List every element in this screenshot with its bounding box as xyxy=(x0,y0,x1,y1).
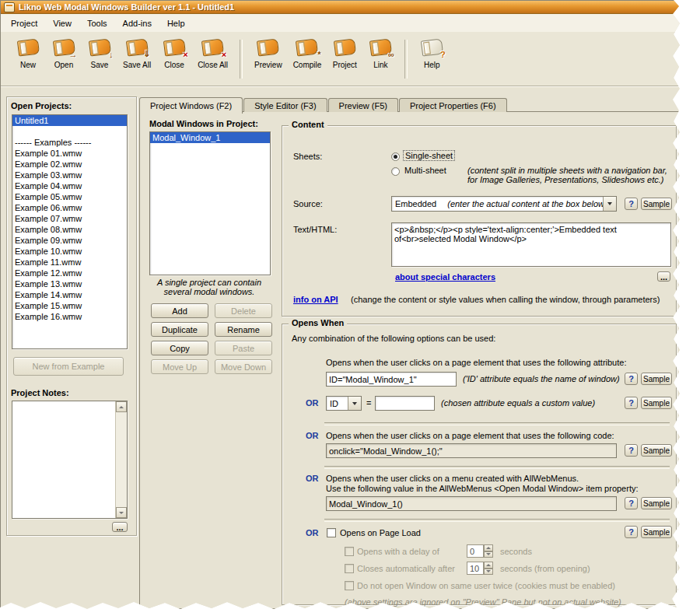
spinner-buttons xyxy=(484,562,493,575)
list-item[interactable]: Example 05.wmw xyxy=(12,191,127,202)
list-item[interactable]: Example 02.wmw xyxy=(12,159,127,170)
dropdown-arrow-icon[interactable] xyxy=(348,397,361,410)
list-item[interactable]: Example 14.wmw xyxy=(12,289,127,300)
attribute-help-button[interactable]: ? xyxy=(625,373,638,385)
project-notes-input[interactable] xyxy=(12,401,115,518)
duplicate-button[interactable]: Duplicate xyxy=(151,322,208,337)
toolbar-help-button[interactable]: ? Help xyxy=(414,37,450,72)
menu-value-input[interactable] xyxy=(326,496,617,511)
list-item[interactable]: Example 06.wmw xyxy=(12,202,127,213)
scroll-up-icon[interactable] xyxy=(116,401,127,412)
auto-close-suffix: seconds (from opening) xyxy=(500,564,590,573)
tab-project-properties[interactable]: Project Properties (F6) xyxy=(399,98,507,112)
list-item[interactable]: Example 13.wmw xyxy=(12,278,127,289)
attribute-sample-button[interactable]: Sample xyxy=(641,373,672,385)
menu-help-button[interactable]: ? xyxy=(625,497,638,509)
dropdown-arrow-icon[interactable] xyxy=(603,197,616,211)
menu-tools[interactable]: Tools xyxy=(79,16,115,31)
spin-up-icon xyxy=(484,562,493,569)
page-load-label[interactable]: Opens on Page Load xyxy=(340,528,421,537)
toolbar-compile-button[interactable]: * Compile xyxy=(288,37,327,72)
menu-project[interactable]: Project xyxy=(3,16,45,31)
text-html-input[interactable]: <p>&nbsp;</p><p style='text-align:center… xyxy=(391,222,671,267)
toolbar-save-button[interactable]: ↓ Save xyxy=(82,37,117,72)
close-project-icon: × xyxy=(164,40,185,55)
project-notes-label: Project Notes: xyxy=(11,388,69,397)
page-load-note: (above settings are ignored on "Preview"… xyxy=(345,597,621,607)
auto-close-label: Closes automatically after xyxy=(357,564,455,573)
list-item-selected[interactable]: Untitled1 xyxy=(12,115,127,126)
content-group-title: Content xyxy=(289,120,327,129)
toolbar-new-label: New xyxy=(20,61,36,69)
multi-sheet-description: (content split in multiple sheets with a… xyxy=(467,166,671,184)
list-item[interactable]: Example 04.wmw xyxy=(12,180,127,191)
code-help-button[interactable]: ? xyxy=(625,444,638,457)
special-characters-link[interactable]: about special characters xyxy=(395,272,495,282)
list-item[interactable]: Example 15.wmw xyxy=(12,300,127,311)
content-more-button[interactable]: ... xyxy=(657,271,670,282)
list-item[interactable]: ------ Examples ------ xyxy=(12,137,127,148)
scroll-down-icon[interactable] xyxy=(116,507,127,518)
source-sample-button[interactable]: Sample xyxy=(641,198,672,210)
multi-sheet-radio[interactable] xyxy=(391,167,400,176)
tab-preview[interactable]: Preview (F5) xyxy=(328,98,398,112)
tab-style-editor[interactable]: Style Editor (F3) xyxy=(243,98,327,112)
single-sheet-label[interactable]: Single-sheet xyxy=(403,150,455,161)
list-item[interactable]: Example 08.wmw xyxy=(12,224,127,235)
delay-label: Opens with a delay of xyxy=(357,547,439,556)
list-item[interactable]: Example 11.wmw xyxy=(12,257,127,268)
toolbar-close-all-button[interactable]: × Close All xyxy=(192,37,233,72)
menu-sample-button[interactable]: Sample xyxy=(641,497,672,509)
add-button[interactable]: Add xyxy=(151,303,208,318)
menu-help[interactable]: Help xyxy=(159,16,193,31)
scroll-track[interactable] xyxy=(116,412,127,507)
modal-windows-list[interactable]: Modal_Window_1 xyxy=(149,131,271,275)
close-overlay-icon: × xyxy=(183,50,187,59)
source-help-button[interactable]: ? xyxy=(625,198,638,210)
code-sample-button[interactable]: Sample xyxy=(641,444,672,457)
open-projects-panel: Open Projects: Untitled1 ------ Examples… xyxy=(6,96,137,536)
list-item[interactable]: Example 16.wmw xyxy=(12,311,127,322)
copy-button[interactable]: Copy xyxy=(151,341,208,355)
custom-attribute-sample-button[interactable]: Sample xyxy=(641,397,672,409)
move-down-button: Move Down xyxy=(215,359,272,374)
or-label: OR xyxy=(306,431,319,440)
list-item[interactable]: Example 07.wmw xyxy=(12,213,127,224)
open-projects-list[interactable]: Untitled1 ------ Examples ------ Example… xyxy=(12,114,128,349)
menu-view[interactable]: View xyxy=(45,16,79,31)
attribute-select[interactable]: ID xyxy=(326,396,362,411)
rename-button[interactable]: Rename xyxy=(215,322,272,337)
list-item[interactable]: Example 12.wmw xyxy=(12,268,127,278)
toolbar-preview-button[interactable]: Preview xyxy=(249,37,288,72)
list-item[interactable]: Example 01.wmw xyxy=(12,148,127,159)
attribute-value-input[interactable] xyxy=(326,372,457,387)
notes-more-button[interactable]: ... xyxy=(112,522,128,532)
tab-project-windows[interactable]: Project Windows (F2) xyxy=(139,97,243,114)
custom-attribute-help-button[interactable]: ? xyxy=(625,397,638,409)
compile-overlay-icon: * xyxy=(317,50,320,59)
code-value-input[interactable] xyxy=(326,443,617,458)
toolbar-project-button[interactable]: Project xyxy=(327,37,362,72)
menu-option-heading-2: Use the following value in the AllWebMen… xyxy=(326,484,639,493)
or-label: OR xyxy=(306,528,319,537)
list-item[interactable]: Example 03.wmw xyxy=(12,170,127,180)
toolbar-close-button[interactable]: × Close xyxy=(156,37,192,72)
toolbar-open-button[interactable]: → Open xyxy=(46,37,82,72)
page-load-checkbox[interactable] xyxy=(327,528,336,537)
opens-when-groupbox: Opens When Any combination of the follow… xyxy=(282,324,677,605)
notes-scrollbar[interactable] xyxy=(115,401,127,518)
toolbar-new-button[interactable]: New xyxy=(10,37,46,72)
multi-sheet-label[interactable]: Multi-sheet xyxy=(404,166,446,175)
list-item[interactable]: Example 09.wmw xyxy=(12,235,127,246)
source-dropdown[interactable]: Embedded (enter the actual content at th… xyxy=(391,196,617,212)
toolbar-save-all-button[interactable]: ⇓ Save All xyxy=(117,37,156,72)
menu-addins[interactable]: Add-ins xyxy=(115,16,159,31)
toolbar-link-button[interactable]: ∞ Link xyxy=(362,37,398,72)
info-on-api-link[interactable]: info on API xyxy=(293,295,338,304)
custom-attribute-value-input[interactable] xyxy=(375,396,435,411)
list-item-selected[interactable]: Modal_Window_1 xyxy=(150,132,270,143)
list-item[interactable]: Example 10.wmw xyxy=(12,246,127,257)
page-load-help-button[interactable]: ? xyxy=(625,526,638,538)
page-load-sample-button[interactable]: Sample xyxy=(641,526,672,538)
single-sheet-radio[interactable] xyxy=(391,152,400,161)
